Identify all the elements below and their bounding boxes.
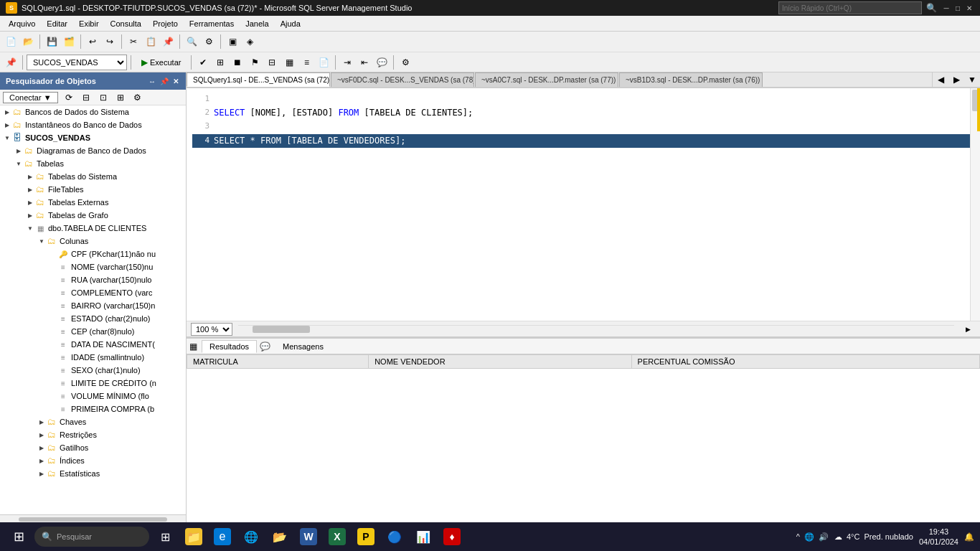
- minimize-button[interactable]: ─: [941, 3, 951, 13]
- taskbar-explorer[interactable]: 📁: [181, 524, 207, 550]
- misc-btn2[interactable]: ◈: [242, 34, 258, 50]
- tree-item-dbo-tabela[interactable]: ▼ ▦ dbo.TABELA DE CLIENTES: [0, 222, 186, 235]
- tree-item-limite[interactable]: ≡ LIMITE DE CRÉDITO (n: [0, 377, 186, 390]
- cut-btn[interactable]: ✂: [126, 34, 141, 50]
- tree-item-sexo[interactable]: ≡ SEXO (char(1)nulo): [0, 364, 186, 377]
- zoom-selector[interactable]: 100 %: [191, 323, 232, 336]
- tab-vsa0c7[interactable]: ~vsA0C7.sql - DESK...DP.master (sa (77)): [475, 72, 618, 87]
- results-tab-resultados[interactable]: Resultados: [202, 340, 257, 353]
- sidebar-filter-btn[interactable]: ⊟: [78, 90, 94, 105]
- menu-arquivo[interactable]: Arquivo: [3, 18, 41, 29]
- tree-item-primeira[interactable]: ≡ PRIMEIRA COMPRA (b: [0, 402, 186, 415]
- save-all-btn[interactable]: 🗂️: [61, 34, 77, 50]
- taskbar-app9[interactable]: ♦: [439, 524, 465, 550]
- toolbar-pin-btn[interactable]: 📌: [3, 55, 19, 70]
- tree-item-filetables[interactable]: ▶ 🗂 FileTables: [0, 183, 186, 196]
- tree-item-cep[interactable]: ≡ CEP (char(8)nulo): [0, 325, 186, 338]
- tree-item-volume[interactable]: ≡ VOLUME MÍNIMO (flo: [0, 390, 186, 402]
- tree-item-estado[interactable]: ≡ ESTADO (char(2)nulo): [0, 312, 186, 325]
- sidebar-pin-btn[interactable]: 📌: [159, 77, 170, 85]
- maximize-button[interactable]: □: [953, 3, 963, 13]
- undo-btn[interactable]: ↩: [85, 34, 100, 50]
- unindent-btn[interactable]: ⇤: [357, 55, 372, 70]
- vertical-scrollbar[interactable]: [970, 88, 980, 321]
- taskbar-edge[interactable]: e: [209, 524, 235, 550]
- quick-launch-input[interactable]: [778, 1, 922, 14]
- start-button[interactable]: ⊞: [6, 524, 32, 550]
- tab-vsb1d3[interactable]: ~vsB1D3.sql - DESK...DP.master (sa (76)): [619, 72, 763, 87]
- taskbar-search[interactable]: 🔍 Pesquisar: [34, 527, 149, 547]
- copy-btn[interactable]: 📋: [143, 34, 159, 50]
- connect-button[interactable]: Conectar ▼: [3, 92, 58, 103]
- stop-btn[interactable]: ⏹: [230, 55, 245, 70]
- taskview-btn[interactable]: ⊞: [152, 524, 178, 550]
- taskbar-analytics[interactable]: 📊: [410, 524, 436, 550]
- tree-item-instantaneos[interactable]: ▶ 🗂 Instantâneos do Banco de Dados: [0, 118, 186, 131]
- taskbar-word[interactable]: W: [296, 524, 321, 550]
- menu-ferramentas[interactable]: Ferramentas: [184, 18, 240, 29]
- taskbar-excel[interactable]: X: [324, 524, 350, 550]
- results-btn[interactable]: ⊟: [264, 55, 280, 70]
- tree-item-colunas[interactable]: ▼ 🗂 Colunas: [0, 235, 186, 248]
- tree-item-estatisticas[interactable]: ▶ 🗂 Estatísticas: [0, 467, 186, 480]
- misc2-btn[interactable]: ⚙: [397, 55, 413, 70]
- menu-janela[interactable]: Janela: [240, 18, 274, 29]
- menu-projeto[interactable]: Projeto: [147, 18, 184, 29]
- scroll-right-btn[interactable]: ▶: [960, 321, 976, 337]
- tree-item-tabelas[interactable]: ▼ 🗂 Tabelas: [0, 157, 186, 170]
- tab-sqlquery1[interactable]: SQLQuery1.sql - DE...S_VENDAS (sa (72))*…: [187, 72, 330, 87]
- tab-scroll-right[interactable]: ▶: [948, 72, 964, 87]
- taskbar-chrome[interactable]: 🌐: [238, 524, 264, 550]
- grid-btn[interactable]: ▦: [281, 55, 297, 70]
- tab-vsf0dc[interactable]: ~vsF0DC.sql - DESK...S_VENDAS (sa (78))*…: [331, 72, 474, 87]
- save-btn[interactable]: 💾: [44, 34, 60, 50]
- sidebar-refresh-btn[interactable]: ⟳: [61, 90, 77, 105]
- taskbar-chrome2[interactable]: 🔵: [382, 524, 407, 550]
- tray-arrow[interactable]: ^: [796, 532, 800, 541]
- sidebar-properties-btn[interactable]: ⚙: [130, 90, 146, 105]
- taskbar-powerbi[interactable]: P: [353, 524, 379, 550]
- search-btn[interactable]: 🔍: [184, 34, 199, 50]
- sidebar-filter2-btn[interactable]: ⊡: [95, 90, 111, 105]
- tree-item-tabelas-sistema[interactable]: ▶ 🗂 Tabelas do Sistema: [0, 170, 186, 183]
- tree-item-bairro[interactable]: ≡ BAIRRO (varchar(150)n: [0, 299, 186, 312]
- connect-dropdown-icon[interactable]: ▼: [44, 93, 52, 102]
- tree-item-chaves[interactable]: ▶ 🗂 Chaves: [0, 415, 186, 428]
- tree-item-diagramas[interactable]: ▶ 🗂 Diagramas de Banco de Dados: [0, 144, 186, 157]
- indent-btn[interactable]: ⇥: [339, 55, 355, 70]
- taskbar-files[interactable]: 📂: [267, 524, 293, 550]
- redo-btn[interactable]: ↪: [102, 34, 118, 50]
- sidebar-close-btn[interactable]: ✕: [171, 77, 180, 85]
- search-icon[interactable]: 🔍: [926, 3, 937, 13]
- text-btn[interactable]: ≡: [298, 55, 314, 70]
- menu-editar[interactable]: Editar: [41, 18, 73, 29]
- tree-item-tgrafo[interactable]: ▶ 🗂 Tabelas de Grafo: [0, 209, 186, 222]
- file-btn[interactable]: 📄: [316, 55, 331, 70]
- parse-btn[interactable]: ⊞: [212, 55, 228, 70]
- notifications-icon[interactable]: 🔔: [964, 532, 974, 542]
- sidebar-collapse-btn[interactable]: ⊞: [113, 90, 128, 105]
- settings-btn[interactable]: ⚙: [201, 34, 217, 50]
- tab-scroll-left[interactable]: ◀: [933, 72, 948, 87]
- horizontal-scrollbar[interactable]: [238, 325, 954, 334]
- menu-ajuda[interactable]: Ajuda: [275, 18, 306, 29]
- comment-btn[interactable]: 💬: [374, 55, 390, 70]
- database-selector[interactable]: SUCOS_VENDAS: [27, 55, 127, 70]
- tree-item-rua[interactable]: ≡ RUA (varchar(150)nulo: [0, 273, 186, 286]
- menu-consulta[interactable]: Consulta: [105, 18, 147, 29]
- paste-btn[interactable]: 📌: [160, 34, 176, 50]
- tree-item-texternas[interactable]: ▶ 🗂 Tabelas Externas: [0, 196, 186, 209]
- tree-item-sucos-vendas[interactable]: ▼ 🗄 SUCOS_VENDAS: [0, 131, 186, 144]
- sql-editor[interactable]: 1 2 SELECT [NOME], [ESTADO] FROM [TABELA…: [187, 88, 980, 321]
- open-btn[interactable]: 📂: [20, 34, 36, 50]
- misc-btn1[interactable]: ▣: [225, 34, 240, 50]
- check-btn[interactable]: ✔: [195, 55, 211, 70]
- tree-item-indices[interactable]: ▶ 🗂 Índices: [0, 454, 186, 467]
- tree-item-datanasc[interactable]: ≡ DATA DE NASCIMENT(: [0, 338, 186, 351]
- tree-item-nome[interactable]: ≡ NOME (varchar(150)nu: [0, 260, 186, 273]
- tree-item-restricoes[interactable]: ▶ 🗂 Restrições: [0, 428, 186, 441]
- sidebar-move-btn[interactable]: ↔: [147, 77, 157, 85]
- new-query-btn[interactable]: 📄: [3, 34, 19, 50]
- debug-btn[interactable]: ⚑: [247, 55, 263, 70]
- tree-item-complemento[interactable]: ≡ COMPLEMENTO (varc: [0, 286, 186, 299]
